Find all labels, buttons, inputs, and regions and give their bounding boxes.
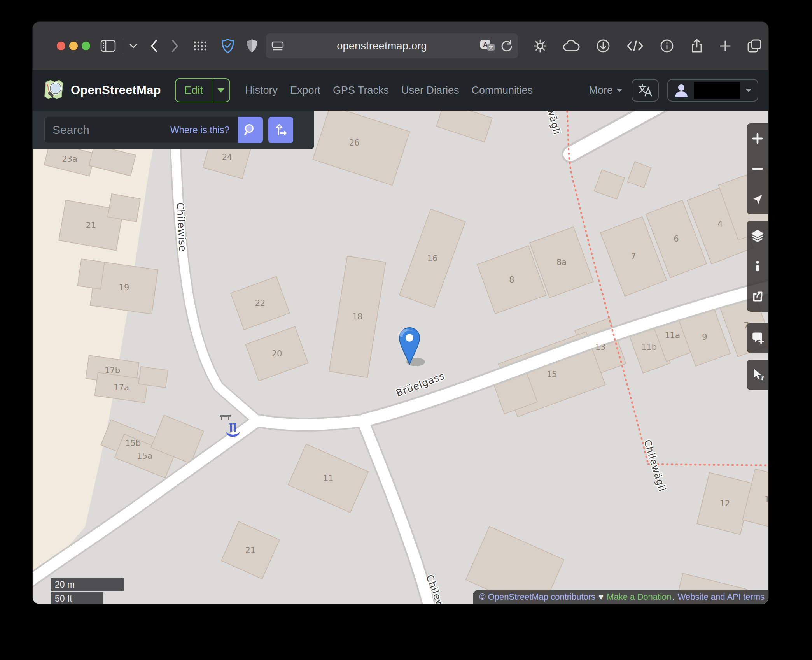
edit-button-label[interactable]: Edit: [176, 79, 212, 102]
building-label-15a: 15a: [137, 451, 152, 461]
nav-user-diaries[interactable]: User Diaries: [401, 84, 459, 97]
map-share-button[interactable]: [747, 281, 768, 312]
zh-glyph: [639, 85, 646, 93]
building-label-13: 13: [595, 342, 606, 352]
shield-icon[interactable]: [246, 39, 258, 53]
where-is-this-link[interactable]: Where is this?: [170, 117, 229, 143]
map-canvas[interactable]: 23a242621192220181688a7641311b11a971517b…: [33, 111, 768, 604]
map-share-icon: [751, 290, 764, 303]
user-menu-button[interactable]: [667, 79, 758, 102]
building-label-19: 19: [119, 283, 130, 292]
building-label-11: 11: [323, 474, 334, 483]
building-label-22: 22: [255, 298, 266, 308]
building-label-7: 7: [631, 252, 636, 261]
svg-text:文: 文: [489, 45, 494, 50]
translate-icon[interactable]: A 文: [480, 39, 496, 53]
download-icon[interactable]: [596, 39, 610, 53]
map-control-group-1: [747, 221, 768, 312]
plus-icon[interactable]: [719, 40, 732, 52]
edit-split-button[interactable]: Edit: [175, 78, 230, 102]
layers-icon: [751, 229, 764, 242]
osm-site-header: OpenStreetMap Edit History Export GPS Tr…: [33, 70, 768, 111]
building-label-15b: 15b: [125, 439, 141, 448]
building-label-24: 24: [222, 153, 233, 162]
query-features-button[interactable]: ?: [747, 360, 768, 390]
shield-check-icon[interactable]: [221, 39, 234, 53]
sidebar-toggle-icon[interactable]: [100, 40, 116, 52]
locate-button[interactable]: [747, 184, 768, 214]
chevron-down-icon: [217, 88, 224, 93]
building-label-17a: 17a: [114, 383, 129, 392]
tabs-icon[interactable]: [747, 39, 762, 53]
edit-dropdown[interactable]: [212, 79, 229, 102]
zoom-in-button[interactable]: [747, 123, 768, 154]
building-label-11b: 11b: [641, 342, 657, 352]
share-icon[interactable]: [690, 39, 704, 53]
map-info-button[interactable]: [747, 251, 768, 281]
grid-icon[interactable]: [193, 40, 207, 52]
building-label-23a: 23a: [62, 154, 77, 164]
locate-icon: [751, 193, 764, 205]
nav-gps-tracks[interactable]: GPS Tracks: [333, 84, 389, 97]
add-note-button[interactable]: [747, 323, 768, 353]
chevron-down-icon[interactable]: [129, 43, 138, 49]
redacted-username: [694, 82, 740, 99]
back-icon[interactable]: [150, 39, 158, 53]
osm-contributors-link[interactable]: © OpenStreetMap contributors: [479, 592, 595, 602]
nav-communities[interactable]: Communities: [472, 84, 533, 97]
zoom-out-button[interactable]: [747, 154, 768, 184]
url-text: openstreetmap.org: [284, 40, 480, 52]
scale-bar-metric: 20 m: [51, 578, 124, 592]
map-control-group-0: [747, 123, 768, 214]
donate-link[interactable]: Make a Donation: [607, 592, 671, 602]
main-nav: History Export GPS Tracks User Diaries C…: [245, 84, 533, 97]
code-icon[interactable]: [626, 40, 644, 52]
map-control-group-2: [747, 323, 768, 353]
building: [108, 194, 140, 222]
svg-text:A: A: [483, 41, 488, 48]
query-features-icon: ?: [751, 368, 765, 382]
building: [77, 259, 104, 289]
close-window-button[interactable]: [57, 42, 65, 50]
forward-icon[interactable]: [171, 39, 179, 53]
building-label-16: 16: [427, 254, 438, 263]
building-label-26: 26: [349, 138, 360, 147]
chevron-down-icon: [617, 89, 622, 92]
nav-export[interactable]: Export: [290, 84, 320, 97]
toolbar-divider: [123, 38, 123, 54]
page-icon: [271, 41, 284, 51]
building-label-8a: 8a: [556, 258, 567, 267]
brand-title[interactable]: OpenStreetMap: [71, 83, 161, 97]
terms-link[interactable]: Website and API terms: [678, 592, 765, 602]
building-label-21: 21: [86, 221, 96, 230]
avatar: [674, 82, 689, 98]
nav-history[interactable]: History: [245, 84, 278, 97]
map-control-group-3: ?: [747, 360, 768, 390]
more-menu[interactable]: More: [589, 84, 623, 97]
building-label-17b: 17b: [105, 366, 120, 375]
reload-icon[interactable]: [500, 40, 513, 52]
attribution-bar: © OpenStreetMap contributors ♥ Make a Do…: [473, 590, 768, 604]
building-label-10: 10: [765, 495, 768, 504]
info-icon[interactable]: [660, 39, 674, 53]
building-label-8: 8: [509, 275, 514, 284]
map-container: 23a242621192220181688a7641311b11a971517b…: [33, 111, 768, 604]
minimize-window-button[interactable]: [69, 42, 78, 50]
building-label-11a: 11a: [665, 331, 680, 340]
language-button[interactable]: [632, 79, 659, 102]
url-bar[interactable]: openstreetmap.org A 文: [266, 33, 518, 58]
chevron-down-icon: [746, 89, 751, 92]
zoom-window-button[interactable]: [82, 42, 90, 50]
gear-icon[interactable]: [533, 39, 547, 53]
search-panel: Where is this?: [33, 111, 314, 149]
search-icon: [243, 123, 257, 137]
directions-icon: [274, 123, 288, 137]
browser-window: openstreetmap.org A 文: [33, 22, 768, 604]
building-label-12: 12: [720, 499, 730, 508]
directions-button[interactable]: [268, 117, 293, 143]
layers-button[interactable]: [747, 221, 768, 251]
search-button[interactable]: [238, 117, 263, 143]
cloud-icon[interactable]: [563, 40, 580, 52]
building-label-4: 4: [718, 219, 723, 229]
osm-logo[interactable]: [43, 78, 65, 102]
